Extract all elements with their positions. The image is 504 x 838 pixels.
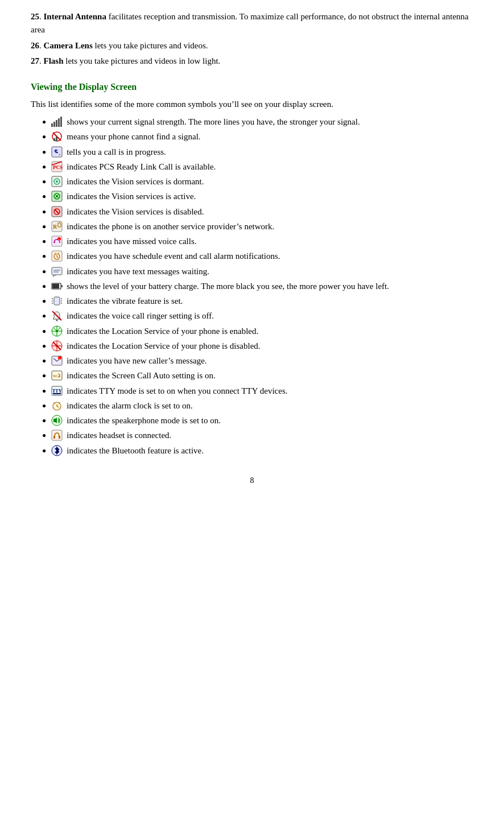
signal-strength-text: shows your current signal strength. The … bbox=[67, 115, 473, 129]
svg-text:R: R bbox=[53, 224, 57, 230]
schedule-alarm-icon bbox=[51, 250, 63, 262]
numbered-items-section: 25. Internal Antenna facilitates recepti… bbox=[31, 10, 473, 68]
no-signal-icon bbox=[51, 130, 63, 143]
svg-point-15 bbox=[56, 180, 58, 183]
headset-connected-text: indicates headset is connected. bbox=[67, 429, 473, 442]
list-item: ! indicates you have new caller’s messag… bbox=[36, 354, 473, 368]
roaming-icon: R bbox=[51, 220, 63, 233]
svg-text:A: A bbox=[58, 374, 61, 378]
call-in-progress-text: tells you a call is in progress. bbox=[67, 146, 473, 159]
new-callers-message-icon: ! bbox=[51, 354, 63, 367]
tty-mode-icon: TTY bbox=[51, 385, 63, 397]
bluetooth-icon bbox=[51, 444, 63, 457]
list-item: R indicates the phone is on another serv… bbox=[36, 220, 473, 233]
item-27-text: 27. Flash lets you take pictures and vid… bbox=[31, 56, 220, 65]
pcs-ready-link-text: indicates PCS Ready Link Call is availab… bbox=[67, 160, 473, 174]
list-item: shows the level of your battery charge. … bbox=[36, 280, 473, 293]
no-signal-text: means your phone cannot find a signal. bbox=[67, 130, 473, 143]
page-number: 8 bbox=[31, 474, 473, 487]
svg-rect-42 bbox=[54, 297, 60, 305]
svg-rect-77 bbox=[59, 436, 60, 439]
list-item: PCS indicates PCS Ready Link Call is ava… bbox=[36, 160, 473, 174]
item-num-25: 25 bbox=[31, 12, 39, 21]
list-item: indicates the voice call ringer setting … bbox=[36, 309, 473, 323]
roaming-text: indicates the phone is on another servic… bbox=[67, 220, 473, 233]
item-term-25: Internal Antenna bbox=[44, 12, 106, 21]
bluetooth-text: indicates the Bluetooth feature is activ… bbox=[67, 444, 473, 457]
svg-rect-2 bbox=[56, 120, 57, 127]
list-item: SC A indicates the Screen Call Auto sett… bbox=[36, 369, 473, 382]
screen-call-auto-text: indicates the Screen Call Auto setting i… bbox=[67, 369, 473, 382]
item-num-26: 26 bbox=[31, 41, 39, 50]
item-desc-26: lets you take pictures and videos. bbox=[93, 41, 208, 50]
item-25-text: 25. Internal Antenna facilitates recepti… bbox=[31, 12, 469, 34]
speakerphone-icon bbox=[51, 414, 63, 427]
battery-icon bbox=[51, 280, 63, 292]
section-intro: This list identifies some of the more co… bbox=[31, 98, 473, 111]
vibrate-icon bbox=[51, 295, 63, 307]
text-message-text: indicates you have text messages waiting… bbox=[67, 265, 473, 278]
list-item: indicates the Vision services is disable… bbox=[36, 205, 473, 218]
pcs-ready-link-icon: PCS bbox=[51, 160, 63, 173]
svg-rect-40 bbox=[61, 285, 63, 287]
list-item: 1 indicates you have missed voice calls. bbox=[36, 235, 473, 248]
vision-dormant-text: indicates the Vision services is dormant… bbox=[67, 175, 473, 188]
tty-mode-text: indicates TTY mode is set to on when you… bbox=[67, 385, 473, 398]
svg-text:TTY: TTY bbox=[52, 389, 62, 394]
headset-connected-icon bbox=[51, 429, 63, 441]
list-item: indicates the Location Service of your p… bbox=[36, 325, 473, 338]
svg-text:PCS: PCS bbox=[53, 164, 63, 170]
text-message-icon bbox=[51, 265, 63, 278]
item-desc-27: lets you take pictures and videos in low… bbox=[64, 56, 221, 65]
call-in-progress-icon bbox=[51, 146, 63, 158]
list-item: indicates headset is connected. bbox=[36, 429, 473, 442]
missed-calls-text: indicates you have missed voice calls. bbox=[67, 235, 473, 248]
item-25: 25. Internal Antenna facilitates recepti… bbox=[31, 10, 473, 37]
svg-rect-76 bbox=[53, 436, 55, 439]
item-27: 27. Flash lets you take pictures and vid… bbox=[31, 55, 473, 68]
list-item: TTY indicates TTY mode is set to on when… bbox=[36, 385, 473, 398]
alarm-clock-icon bbox=[51, 399, 63, 412]
location-disabled-text: indicates the Location Service of your p… bbox=[67, 340, 473, 353]
list-item: tells you a call is in progress. bbox=[36, 146, 473, 159]
list-item: indicates you have text messages waiting… bbox=[36, 265, 473, 278]
ringer-off-icon bbox=[51, 309, 63, 322]
list-item: indicates the Location Service of your p… bbox=[36, 340, 473, 353]
list-item: indicates the speakerphone mode is set t… bbox=[36, 414, 473, 427]
schedule-alarm-text: indicates you have schedule event and ca… bbox=[67, 250, 473, 263]
svg-rect-7 bbox=[53, 138, 55, 141]
screen-call-auto-icon: SC A bbox=[51, 369, 63, 382]
location-enabled-text: indicates the Location Service of your p… bbox=[67, 325, 473, 338]
svg-rect-41 bbox=[52, 284, 59, 288]
battery-text: shows the level of your battery charge. … bbox=[67, 280, 473, 293]
item-26-text: 26. Camera Lens lets you take pictures a… bbox=[31, 41, 208, 50]
vision-dormant-icon bbox=[51, 175, 63, 188]
list-item: indicates the vibrate feature is set. bbox=[36, 295, 473, 308]
list-item: indicates you have schedule event and ca… bbox=[36, 250, 473, 263]
svg-rect-0 bbox=[51, 123, 53, 127]
item-term-26: Camera Lens bbox=[44, 41, 93, 50]
list-item: indicates the Vision services is dormant… bbox=[36, 175, 473, 188]
svg-text:SC: SC bbox=[53, 374, 58, 378]
section-heading: Viewing the Display Screen bbox=[31, 80, 473, 94]
svg-rect-4 bbox=[60, 117, 62, 127]
alarm-clock-text: indicates the alarm clock is set to on. bbox=[67, 399, 473, 412]
svg-rect-68 bbox=[53, 393, 61, 394]
item-num-27: 27 bbox=[31, 56, 39, 65]
list-item: indicates the Vision services is active. bbox=[36, 190, 473, 203]
svg-rect-8 bbox=[56, 137, 57, 141]
list-item: indicates the Bluetooth feature is activ… bbox=[36, 444, 473, 457]
list-item: means your phone cannot find a signal. bbox=[36, 130, 473, 143]
vision-disabled-text: indicates the Vision services is disable… bbox=[67, 205, 473, 218]
list-item: indicates the alarm clock is set to on. bbox=[36, 399, 473, 412]
symbol-list: shows your current signal strength. The … bbox=[31, 115, 473, 457]
location-disabled-icon bbox=[51, 340, 63, 352]
location-enabled-icon bbox=[51, 325, 63, 337]
list-item: shows your current signal strength. The … bbox=[36, 115, 473, 129]
svg-rect-1 bbox=[53, 122, 55, 127]
svg-point-49 bbox=[56, 320, 58, 321]
vision-active-icon bbox=[51, 190, 63, 203]
svg-rect-36 bbox=[52, 267, 62, 275]
svg-rect-75 bbox=[52, 430, 62, 440]
new-callers-message-text: indicates you have new caller’s message. bbox=[67, 354, 473, 368]
